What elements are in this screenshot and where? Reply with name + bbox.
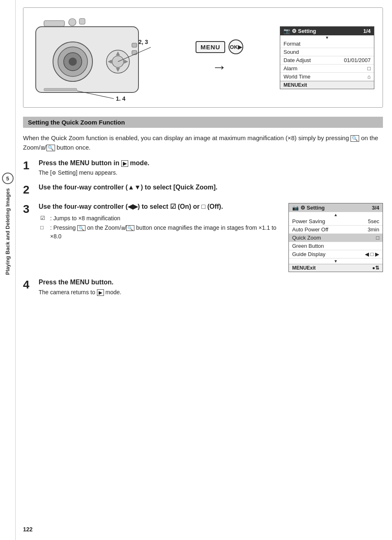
- svg-rect-16: [44, 88, 77, 91]
- side-menu-footer-right: ●⇅: [372, 265, 379, 271]
- step-3: 3 Use the four-way controller (◀▶) to se…: [23, 202, 383, 272]
- camera-illustration: 2, 3 1, 4: [32, 14, 159, 101]
- top-menu-header: 📷 ⚙ Setting 1/4: [280, 27, 374, 35]
- step-3-content: Use the four-way controller (◀▶) to sele…: [39, 202, 383, 272]
- menu-row-world-time: World Time⌂: [280, 73, 374, 81]
- step-3-inner: Use the four-way controller (◀▶) to sele…: [39, 202, 383, 272]
- menu-button-label: MENU: [196, 41, 225, 53]
- step-2-title: Use the four-way controller (▲▼) to sele…: [39, 183, 383, 192]
- side-menu-row-quick-zoom: Quick Zoom□: [289, 234, 383, 242]
- step-3-bullets: ☑ : Jumps to ×8 magnification □ : Pressi…: [40, 214, 282, 241]
- bullet-unchecked-symbol: □: [40, 224, 50, 232]
- menu-row-alarm: Alarm□: [280, 65, 374, 73]
- top-setting-menu: 📷 ⚙ Setting 1/4 ▼ Format Sound Date Adju…: [280, 26, 374, 89]
- side-setting-menu: 📷 ⚙ Setting 3/4 ▲ Power Saving5sec Auto …: [288, 203, 383, 272]
- menu-row-sound: Sound: [280, 48, 374, 56]
- arrow-right-icon: →: [212, 58, 227, 76]
- bullet-unchecked-text: : Pressing 🔍 on the Zoom/⊞/🔍 button once…: [50, 224, 282, 241]
- step-1-desc: The [⚙ Setting] menu appears.: [39, 168, 383, 177]
- side-menu-triangle-up: ▲: [289, 212, 383, 217]
- svg-rect-7: [79, 18, 85, 24]
- step-3-number: 3: [23, 202, 39, 216]
- diagram-area: 2, 3 1, 4 MENU OK▶ → 📷 ⚙ Setting 1/4 ▼ F…: [23, 7, 383, 108]
- step-2: 2 Use the four-way controller (▲▼) to se…: [23, 183, 383, 196]
- step-4: 4 Press the MENU button. The camera retu…: [23, 278, 383, 296]
- top-menu-footer: MENUExit: [280, 81, 374, 89]
- page-number: 122: [23, 522, 383, 533]
- top-menu-header-icon: 📷 ⚙ Setting: [284, 28, 316, 34]
- svg-rect-15: [132, 51, 137, 55]
- side-menu-header-left: 📷 ⚙ Setting: [292, 205, 325, 211]
- step-4-number: 4: [23, 278, 39, 291]
- svg-rect-14: [132, 43, 137, 47]
- side-menu-footer: MENUExit ●⇅: [289, 264, 383, 272]
- button-diagram: MENU OK▶ →: [196, 39, 243, 76]
- step-1-number: 1: [23, 159, 39, 172]
- top-menu-header-page: 1/4: [363, 28, 371, 34]
- ok-button-label: OK▶: [228, 39, 243, 54]
- side-menu-header-page: 3/4: [372, 205, 379, 211]
- svg-point-4: [69, 58, 77, 66]
- side-menu-triangle-down: ▼: [289, 258, 383, 264]
- svg-rect-5: [44, 21, 65, 26]
- step-2-number: 2: [23, 183, 39, 196]
- step-4-title: Press the MENU button.: [39, 278, 383, 287]
- menu-row-format: Format: [280, 40, 374, 48]
- bullet-checked-text: : Jumps to ×8 magnification: [50, 214, 120, 223]
- step-2-content: Use the four-way controller (▲▼) to sele…: [39, 183, 383, 193]
- sidebar: 5 Playing Back and Deleting Images: [0, 0, 16, 540]
- step-3-title: Use the four-way controller (◀▶) to sele…: [39, 202, 282, 211]
- bullet-checked: ☑ : Jumps to ×8 magnification: [40, 214, 282, 223]
- side-menu-row-guide-display: Guide Display◀ □ ▶: [289, 250, 383, 258]
- step-4-desc: The camera returns to ▶ mode.: [39, 288, 383, 297]
- side-menu-footer-left: MENUExit: [292, 265, 316, 271]
- step-1-content: Press the MENU button in ▶ mode. The [⚙ …: [39, 159, 383, 177]
- bullet-checked-symbol: ☑: [40, 214, 50, 222]
- sidebar-chapter-title: Playing Back and Deleting Images: [5, 188, 11, 275]
- svg-text:2, 3: 2, 3: [138, 39, 148, 45]
- main-content: 2, 3 1, 4 MENU OK▶ → 📷 ⚙ Setting 1/4 ▼ F…: [16, 0, 392, 540]
- side-menu-row-green-button: Green Button: [289, 242, 383, 250]
- step-1-title: Press the MENU button in ▶ mode.: [39, 159, 383, 168]
- svg-rect-6: [69, 18, 76, 26]
- menu-row-date-adjust: Date Adjust01/01/2007: [280, 56, 374, 65]
- step-3-text: Use the four-way controller (◀▶) to sele…: [39, 202, 282, 243]
- step-1: 1 Press the MENU button in ▶ mode. The […: [23, 159, 383, 177]
- section-heading: Setting the Quick Zoom Function: [23, 117, 383, 128]
- sidebar-chapter-number: 5: [2, 173, 14, 184]
- svg-text:1, 4: 1, 4: [116, 95, 126, 101]
- side-menu-row-power-saving: Power Saving5sec: [289, 217, 383, 226]
- body-text: When the Quick Zoom function is enabled,…: [23, 134, 383, 152]
- side-menu-row-auto-power-off: Auto Power Off3min: [289, 226, 383, 234]
- step-4-content: Press the MENU button. The camera return…: [39, 278, 383, 296]
- bullet-unchecked: □ : Pressing 🔍 on the Zoom/⊞/🔍 button on…: [40, 224, 282, 241]
- side-menu-header: 📷 ⚙ Setting 3/4: [289, 203, 383, 212]
- menu-down-arrow: ▼: [280, 35, 374, 40]
